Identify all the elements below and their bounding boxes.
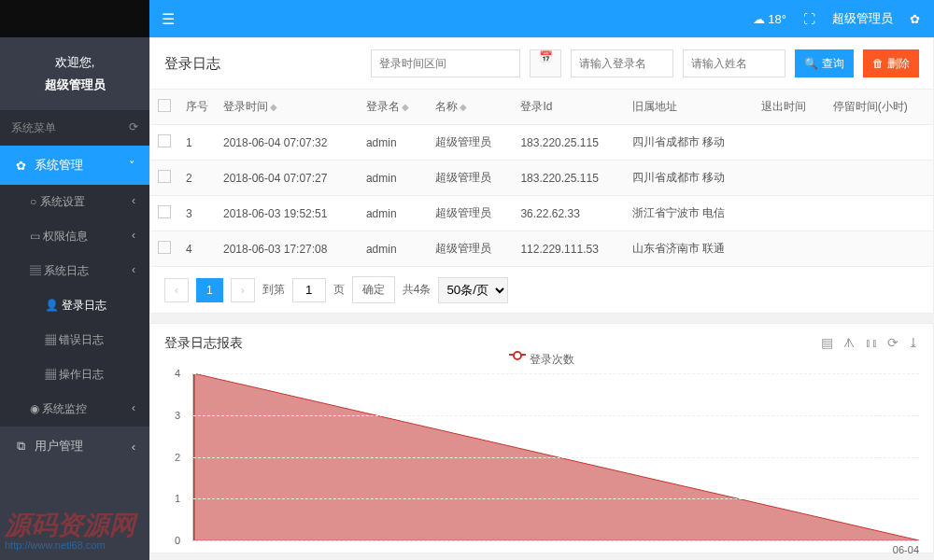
sidebar-item-error-log[interactable]: ▦ 错误日志 [0,323,149,357]
panel-title: 登录日志 [164,55,220,73]
sidebar: 欢迎您, 超级管理员 系统菜单 ⟳ ✿系统管理 ˅ ○ 系统设置‹ ▭ 权限信息… [0,37,149,560]
sidebar-toggle-icon[interactable]: ☰ [149,10,187,28]
y-tick: 4 [175,368,180,379]
row-checkbox[interactable] [158,134,171,147]
total-count: 共4条 [403,282,432,298]
chart-tool-bar-icon[interactable]: ⫾⫾ [865,335,878,350]
chart-title: 登录日志报表 [164,335,243,350]
sidebar-item-sys-monitor[interactable]: ◉ 系统监控‹ [0,392,149,427]
logo-area [0,0,149,37]
table-row[interactable]: 22018-06-04 07:07:27admin超级管理员183.220.25… [150,161,933,196]
page-size-select[interactable]: 50条/页 [438,277,508,303]
pagination: ‹ 1 › 到第 页 确定 共4条 50条/页 [150,267,933,313]
chevron-left-icon: ‹ [132,263,135,279]
content-area: 登录日志 📅 🔍查询 🗑删除 序号 登录时间◆ 登录名◆ 名称◆ [149,37,934,560]
log-table: 序号 登录时间◆ 登录名◆ 名称◆ 登录Id 旧属地址 退出时间 停留时间(小时… [150,90,933,267]
next-page-button[interactable]: › [231,278,255,302]
col-login[interactable]: 登录名◆ [359,90,428,125]
gear-icon: ✿ [14,159,27,173]
goto-page-input[interactable] [292,278,326,302]
chart-plot: 06-04 01234 [192,373,919,541]
row-checkbox[interactable] [158,241,171,254]
y-tick: 1 [175,493,180,504]
login-name-input[interactable] [571,49,673,77]
sidebar-item-oper-log[interactable]: ▦ 操作日志 [0,357,149,392]
sidebar-item-user-manage[interactable]: ⧉用户管理 ‹ [0,427,149,466]
col-stay[interactable]: 停留时间(小时) [826,90,933,125]
welcome-block: 欢迎您, 超级管理员 [0,37,149,111]
topbar: ☰ ☁ 18° ⛶ 超级管理员 ✿ [0,0,934,37]
date-range-input[interactable] [371,49,520,77]
users-icon: ⧉ [14,439,27,454]
chevron-left-icon: ‹ [132,194,135,210]
name-input[interactable] [683,49,785,77]
search-button[interactable]: 🔍查询 [795,49,854,77]
goto-confirm-button[interactable]: 确定 [352,276,395,303]
fullscreen-icon[interactable]: ⛶ [803,12,815,26]
menu-header: 系统菜单 ⟳ [0,111,149,146]
table-row[interactable]: 32018-06-03 19:52:51admin超级管理员36.22.62.3… [150,196,933,231]
settings-icon[interactable]: ✿ [910,12,920,26]
chart-tool-download-icon[interactable]: ⤓ [908,335,919,350]
prev-page-button[interactable]: ‹ [164,278,189,302]
y-tick: 3 [175,410,180,421]
refresh-icon[interactable]: ⟳ [129,120,138,136]
row-checkbox[interactable] [158,170,171,183]
chart-tool-line-icon[interactable]: ⩚ [842,335,856,350]
col-ip[interactable]: 登录Id [513,90,624,125]
col-logout[interactable]: 退出时间 [754,90,826,125]
chart-tool-data-icon[interactable]: ▤ [821,335,833,350]
sidebar-item-login-log[interactable]: 👤 登录日志 [0,288,149,323]
x-tick: 06-04 [893,544,919,555]
y-tick: 2 [175,452,180,463]
col-loc[interactable]: 旧属地址 [625,90,754,125]
chevron-left-icon: ‹ [132,440,135,454]
welcome-role: 超级管理员 [0,77,149,93]
sidebar-item-perm-info[interactable]: ▭ 权限信息‹ [0,219,149,254]
col-name[interactable]: 名称◆ [428,90,513,125]
chart-panel: 登录日志报表 ▤ ⩚ ⫾⫾ ⟳ ⤓ 登录次数 06-04 01234 [149,323,934,553]
chevron-down-icon: ˅ [129,159,135,173]
col-seq[interactable]: 序号 [178,90,216,125]
weather-widget: ☁ 18° [753,12,786,26]
welcome-greeting: 欢迎您, [0,54,149,71]
table-row[interactable]: 12018-06-04 07:07:32admin超级管理员183.220.25… [150,125,933,161]
sidebar-item-sys-manage[interactable]: ✿系统管理 ˅ [0,146,149,185]
sidebar-item-sys-setting[interactable]: ○ 系统设置‹ [0,185,149,219]
login-log-panel: 登录日志 📅 🔍查询 🗑删除 序号 登录时间◆ 登录名◆ 名称◆ [149,37,934,314]
current-user[interactable]: 超级管理员 [832,10,893,27]
delete-button[interactable]: 🗑删除 [863,49,919,77]
sidebar-item-sys-log[interactable]: ▤ 系统日志‹ [0,254,149,288]
row-checkbox[interactable] [158,205,171,218]
chevron-left-icon: ‹ [132,401,135,417]
table-row[interactable]: 42018-06-03 17:27:08admin超级管理员112.229.11… [150,231,933,267]
col-time[interactable]: 登录时间◆ [216,90,359,125]
calendar-icon[interactable]: 📅 [530,49,561,77]
chart-legend[interactable]: 登录次数 [164,352,919,368]
y-tick: 0 [175,535,180,546]
select-all-checkbox[interactable] [158,99,171,112]
chevron-left-icon: ‹ [132,229,135,245]
chart-tool-refresh-icon[interactable]: ⟳ [887,335,899,350]
page-1-button[interactable]: 1 [196,278,223,302]
